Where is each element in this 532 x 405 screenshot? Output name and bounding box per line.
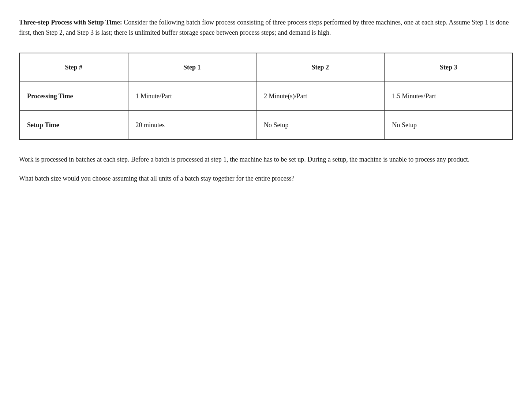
table-row: Processing Time 1 Minute/Part 2 Minute(s… <box>19 82 513 111</box>
processing-time-step3: 1.5 Minutes/Part <box>384 82 513 111</box>
body-text-1: Work is processed in batches at each ste… <box>19 155 513 165</box>
table-header-row: Step # Step 1 Step 2 Step 3 <box>19 53 513 82</box>
setup-time-step3: No Setup <box>384 111 513 140</box>
header-step3: Step 3 <box>384 53 513 82</box>
setup-time-label: Setup Time <box>19 111 128 140</box>
setup-time-step2: No Setup <box>256 111 384 140</box>
body-text-2-before: What <box>19 175 35 182</box>
processing-time-step1: 1 Minute/Part <box>128 82 256 111</box>
batch-size-link: batch size <box>35 175 61 182</box>
process-table: Step # Step 1 Step 2 Step 3 Processing T… <box>19 53 513 140</box>
setup-time-step1: 20 minutes <box>128 111 256 140</box>
intro-bold-label: Three-step Process with Setup Time: <box>19 19 122 26</box>
header-step2: Step 2 <box>256 53 384 82</box>
processing-time-label: Processing Time <box>19 82 128 111</box>
processing-time-step2: 2 Minute(s)/Part <box>256 82 384 111</box>
table-row: Setup Time 20 minutes No Setup No Setup <box>19 111 513 140</box>
header-step1: Step 1 <box>128 53 256 82</box>
header-step-label: Step # <box>19 53 128 82</box>
body-text-2-after: would you choose assuming that all units… <box>61 175 295 182</box>
intro-paragraph: Three-step Process with Setup Time: Cons… <box>19 18 513 38</box>
body-text-2: What batch size would you choose assumin… <box>19 174 513 184</box>
